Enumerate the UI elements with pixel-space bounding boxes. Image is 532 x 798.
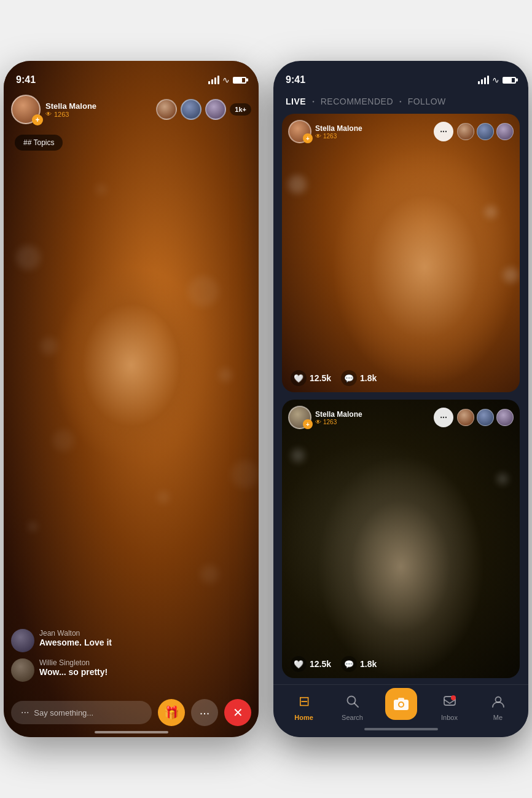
comment-message-2: Wow... so pretty! xyxy=(39,667,108,677)
card1-views: 👁 1263 xyxy=(315,133,430,140)
card1-spec-3 xyxy=(496,123,514,140)
user-row: + Stella Malone 👁 1263 1k+ xyxy=(11,95,251,124)
close-button[interactable]: ✕ xyxy=(224,699,251,726)
comment-avatar-1 xyxy=(11,629,34,652)
home-indicator-right xyxy=(273,721,528,737)
tab-dot-2: ● xyxy=(399,100,402,103)
status-icons: ∿ xyxy=(208,75,246,85)
card1-comments-count: 1.8k xyxy=(360,373,377,383)
spectator-avatar-3 xyxy=(205,99,226,120)
card1-spec-1 xyxy=(457,123,474,140)
views-icon: 👁 xyxy=(45,111,52,117)
phone-left: 9:41 ∿ + Stella Malone 👁 1263 xyxy=(4,61,259,737)
card2-spec-1 xyxy=(457,409,474,426)
signal-icon xyxy=(208,76,219,84)
home-indicator xyxy=(95,731,168,733)
battery-icon xyxy=(233,77,246,84)
card1-likes-count: 12.5k xyxy=(310,373,331,383)
chat-dots-icon: ··· xyxy=(21,707,29,718)
live-card-1[interactable]: + Stella Malone 👁 1263 ··· xyxy=(282,114,520,392)
tab-live[interactable]: LIVE xyxy=(286,97,306,106)
add-button[interactable]: + xyxy=(32,114,43,125)
wifi-icon-right: ∿ xyxy=(492,75,499,85)
signal-icon-right xyxy=(478,76,489,84)
nav-home[interactable]: ⊟ Home xyxy=(286,691,323,721)
search-icon xyxy=(342,691,363,712)
nav-inbox-label: Inbox xyxy=(441,714,458,721)
user-views: 👁 1263 xyxy=(45,111,151,118)
card2-user-row: + Stella Malone 👁 1263 ··· xyxy=(288,406,514,429)
gift-button[interactable]: 🎁 xyxy=(158,699,185,726)
more-button[interactable]: ··· xyxy=(191,699,218,726)
home-bar xyxy=(364,728,438,730)
chat-input[interactable]: ··· Say something... xyxy=(11,701,152,724)
card1-likes: 🤍 12.5k xyxy=(291,370,331,386)
card1-portrait xyxy=(282,114,520,392)
home-icon: ⊟ xyxy=(294,691,315,712)
inbox-icon xyxy=(439,691,460,712)
views-count: 1263 xyxy=(54,111,69,118)
svg-point-7 xyxy=(451,695,456,700)
card1-comments: 💬 1.8k xyxy=(341,370,377,386)
comment-user-2: Willie Singleton xyxy=(39,658,108,667)
card2-more-button[interactable]: ··· xyxy=(434,408,453,427)
card2-portrait xyxy=(282,400,520,678)
card1-user-row: + Stella Malone 👁 1263 ··· xyxy=(288,120,514,143)
nav-inbox[interactable]: Inbox xyxy=(431,691,468,721)
card1-eye-icon: 👁 xyxy=(315,133,321,140)
card2-likes: 🤍 12.5k xyxy=(291,656,331,672)
topics-badge[interactable]: ## Topics xyxy=(15,135,63,151)
card1-heart-icon: 🤍 xyxy=(291,370,307,386)
nav-me[interactable]: Me xyxy=(480,691,517,721)
card2-likes-count: 12.5k xyxy=(310,659,331,669)
nav-search-label: Search xyxy=(342,714,363,721)
tab-dot-1: ● xyxy=(312,100,315,103)
card2-heart-icon: 🤍 xyxy=(291,656,307,672)
live-card-2[interactable]: + Stella Malone 👁 1263 ··· xyxy=(282,400,520,678)
card1-add-button[interactable]: + xyxy=(303,133,313,143)
card2-add-button[interactable]: + xyxy=(303,419,313,429)
card2-comments-count: 1.8k xyxy=(360,659,377,669)
bottom-bar: ··· Say something... 🎁 ··· ✕ xyxy=(11,699,251,726)
spectators-row: 1k+ xyxy=(156,99,251,120)
tab-recommended[interactable]: RECOMMENDED xyxy=(321,97,393,106)
card2-views: 👁 1263 xyxy=(315,419,430,425)
card1-views-count: 1263 xyxy=(323,133,337,140)
comment-text-2: Willie Singleton Wow... so pretty! xyxy=(39,658,108,677)
comment-item-2: Willie Singleton Wow... so pretty! xyxy=(11,658,112,682)
svg-rect-5 xyxy=(398,698,404,700)
svg-point-4 xyxy=(399,703,403,706)
spectator-avatar-1 xyxy=(156,99,177,120)
comment-message-1: Awesome. Love it xyxy=(39,638,112,647)
card1-comment-icon: 💬 xyxy=(341,370,357,386)
me-icon xyxy=(488,691,509,712)
wifi-icon: ∿ xyxy=(222,75,230,85)
card2-spec-2 xyxy=(477,409,494,426)
battery-icon-right xyxy=(503,77,516,84)
nav-home-label: Home xyxy=(294,714,313,721)
comments-section: Jean Walton Awesome. Love it Willie Sing… xyxy=(11,629,112,682)
card2-stats: 🤍 12.5k 💬 1.8k xyxy=(291,656,377,672)
card1-more-button[interactable]: ··· xyxy=(434,122,453,141)
tabs-row: LIVE ● RECOMMENDED ● FOLLOW xyxy=(273,92,528,114)
camera-icon xyxy=(385,688,417,720)
card1-spec-2 xyxy=(477,123,494,140)
nav-camera[interactable] xyxy=(383,693,420,720)
card2-spectators xyxy=(457,409,514,426)
nav-search[interactable]: Search xyxy=(334,691,371,721)
card1-username: Stella Malone xyxy=(315,124,430,133)
user-name: Stella Malone xyxy=(45,101,151,111)
status-time-right: 9:41 xyxy=(286,74,305,85)
tab-follow[interactable]: FOLLOW xyxy=(408,97,446,106)
card2-comment-icon: 💬 xyxy=(341,656,357,672)
chat-placeholder: Say something... xyxy=(34,708,93,717)
card2-spec-3 xyxy=(496,409,514,426)
card2-views-count: 1263 xyxy=(323,419,337,425)
comment-avatar-2 xyxy=(11,658,34,682)
card2-user-info: Stella Malone 👁 1263 xyxy=(315,410,430,425)
content-area: + Stella Malone 👁 1263 ··· xyxy=(273,114,528,684)
card2-avatar: + xyxy=(288,406,311,429)
nav-me-label: Me xyxy=(493,714,503,721)
status-time: 9:41 xyxy=(16,74,36,85)
spectator-avatar-2 xyxy=(181,99,201,120)
